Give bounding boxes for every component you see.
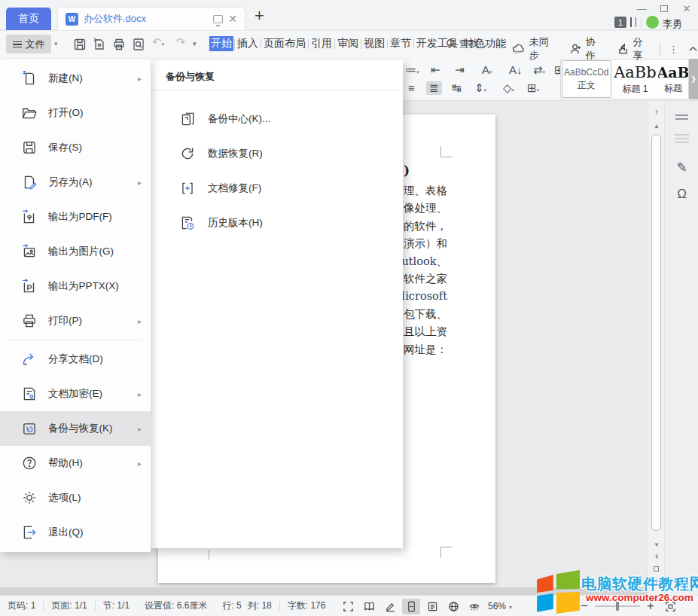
submenu-item-backup-center[interactable]: 备份中心(K)... bbox=[151, 102, 403, 136]
maximize-button[interactable] bbox=[657, 3, 672, 15]
collapse-ribbon-icon[interactable] bbox=[688, 45, 698, 53]
print-preview-icon[interactable] bbox=[131, 37, 146, 52]
zoom-level[interactable]: 56% bbox=[488, 601, 506, 611]
panel-toggle-icon[interactable] bbox=[675, 114, 688, 120]
previous-page-icon[interactable]: ⇞ bbox=[648, 554, 665, 560]
style-item-heading-1[interactable]: AaBb 标题 1 bbox=[612, 59, 659, 99]
history-versions-icon bbox=[179, 215, 196, 231]
redo-icon[interactable]: ↷ bbox=[173, 35, 188, 50]
sort-icon[interactable]: A↓ bbox=[509, 63, 523, 76]
file-menu-item-save[interactable]: 保存(S) bbox=[0, 130, 151, 165]
justify-icon[interactable]: ≣ bbox=[426, 81, 442, 95]
share-label[interactable]: 分享 bbox=[633, 35, 651, 63]
align-right-icon[interactable]: ≡ bbox=[408, 81, 415, 94]
close-tab-icon[interactable]: ✕ bbox=[228, 14, 237, 24]
decrease-indent-icon[interactable]: ⇤ bbox=[431, 63, 440, 77]
submenu-item-data-recovery[interactable]: 数据恢复(R) bbox=[151, 136, 403, 171]
export-convert-icon[interactable] bbox=[92, 37, 107, 52]
presentation-mode-icon[interactable] bbox=[213, 15, 223, 23]
notification-badge[interactable]: 1 bbox=[614, 17, 626, 28]
highlighter-pen-icon[interactable]: ✎ bbox=[665, 160, 698, 175]
zoom-in-button[interactable]: + bbox=[643, 599, 658, 614]
settings-sliders-icon[interactable] bbox=[675, 134, 689, 143]
zoom-out-button[interactable]: − bbox=[577, 599, 592, 614]
tab-section[interactable]: 章节 bbox=[389, 36, 413, 51]
file-menu-item-new[interactable]: 新建(N) ▸ bbox=[0, 61, 151, 96]
sync-status-label[interactable]: 未同步 bbox=[529, 35, 557, 63]
search-box[interactable]: 查找... bbox=[446, 37, 487, 50]
shading-icon[interactable]: ◇▾ bbox=[503, 81, 514, 95]
text-direction-icon[interactable]: A▾ bbox=[482, 63, 492, 76]
tab-home[interactable]: 开始 bbox=[209, 36, 233, 51]
zoom-slider[interactable] bbox=[595, 605, 640, 607]
scrollbar-thumb[interactable] bbox=[651, 134, 661, 531]
file-menu-item-exit[interactable]: 退出(Q) bbox=[0, 515, 151, 550]
file-menu-item-export-pptx[interactable]: 输出为PPTX(X) bbox=[0, 269, 151, 303]
scroll-up-arrow-icon[interactable]: ▲ bbox=[648, 124, 665, 130]
write-mode-icon[interactable] bbox=[381, 599, 399, 614]
collaborate-label[interactable]: 协作 bbox=[586, 35, 604, 63]
save-icon[interactable] bbox=[72, 37, 87, 52]
wps-writer-icon: W bbox=[66, 13, 78, 26]
more-options-icon[interactable]: ⋮ bbox=[669, 44, 678, 55]
file-menu-item-print[interactable]: 打印(P) ▸ bbox=[0, 303, 151, 338]
outline-view-icon[interactable] bbox=[423, 599, 441, 614]
file-menu-item-open[interactable]: 打开(O) bbox=[0, 96, 151, 130]
tab-review[interactable]: 审阅 bbox=[336, 36, 360, 51]
submenu-item-document-repair[interactable]: 文档修复(F) bbox=[151, 171, 403, 206]
tab-references[interactable]: 引用 bbox=[309, 36, 334, 51]
collaborate-icon[interactable] bbox=[570, 43, 582, 55]
share-icon[interactable] bbox=[617, 43, 629, 55]
fullscreen-icon[interactable] bbox=[339, 599, 357, 614]
margin-crop-mark-bottom-left bbox=[209, 550, 209, 560]
style-gallery-more-button[interactable]: ❯ bbox=[689, 59, 698, 99]
document-tab[interactable]: W 办公软件.docx ✕ bbox=[57, 7, 245, 30]
horizontal-scrollbar[interactable] bbox=[0, 587, 649, 595]
web-layout-icon[interactable] bbox=[444, 599, 462, 614]
scroll-down-arrow-icon[interactable]: ▼ bbox=[648, 542, 665, 548]
minimize-button[interactable]: — bbox=[634, 3, 649, 15]
line-spacing-icon[interactable]: ⇕▾ bbox=[474, 81, 486, 95]
file-menu-item-export-image[interactable]: 输出为图片(G) bbox=[0, 234, 151, 269]
style-item-heading-2[interactable]: AaB 标题 bbox=[658, 59, 688, 99]
print-icon[interactable] bbox=[111, 37, 126, 52]
scroll-top-icon[interactable]: ⇑ bbox=[648, 110, 665, 116]
tab-page-layout[interactable]: 页面布局 bbox=[262, 36, 307, 51]
read-mode-icon[interactable] bbox=[360, 599, 378, 614]
submenu-item-history-versions[interactable]: 历史版本(H) bbox=[151, 206, 403, 240]
next-page-icon[interactable]: ⇟ bbox=[648, 578, 665, 584]
file-menu-item-save-as[interactable]: 另存为(A) ▸ bbox=[0, 165, 151, 200]
eye-protect-icon[interactable] bbox=[465, 599, 483, 614]
file-menu-item-options[interactable]: 选项(L) bbox=[0, 480, 151, 515]
file-menu-caret-icon[interactable]: ▾ bbox=[54, 40, 58, 47]
file-menu-item-encrypt[interactable]: 文档加密(E) ▸ bbox=[0, 377, 151, 411]
file-menu-item-share-document[interactable]: 分享文档(D) bbox=[0, 342, 151, 377]
vertical-scrollbar[interactable]: ⇑ ▲ ▼ ⇞ ⇟ bbox=[648, 101, 664, 595]
task-queue-icon[interactable] bbox=[630, 17, 636, 27]
zoom-caret-icon[interactable]: ▾ bbox=[509, 604, 512, 611]
distribute-icon[interactable]: ↹ bbox=[452, 81, 462, 95]
file-menu-button[interactable]: 文件 bbox=[6, 35, 51, 53]
undo-icon[interactable]: ↶▾ bbox=[151, 35, 166, 50]
tab-view[interactable]: 视图 bbox=[362, 36, 386, 51]
file-menu-item-help[interactable]: 帮助(H) ▸ bbox=[0, 446, 151, 480]
file-menu-item-export-pdf[interactable]: 输出为PDF(F) bbox=[0, 200, 151, 234]
tab-insert[interactable]: 插入 bbox=[236, 36, 260, 51]
zoom-slider-handle[interactable] bbox=[616, 602, 619, 611]
cloud-sync-icon[interactable] bbox=[512, 43, 526, 55]
page-view-icon[interactable] bbox=[402, 599, 420, 614]
file-menu-item-backup-recovery[interactable]: 备份与恢复(K) ▸ bbox=[0, 411, 151, 446]
quick-access-caret-icon[interactable]: ▾ bbox=[193, 40, 208, 55]
fit-page-icon[interactable] bbox=[661, 599, 679, 614]
style-item-body-text[interactable]: AaBbCcDd 正文 bbox=[562, 60, 611, 98]
new-tab-button[interactable]: + bbox=[255, 6, 264, 26]
borders-icon[interactable]: ⊞▾ bbox=[527, 81, 539, 95]
wrap-marks-icon[interactable]: ⇄▾ bbox=[533, 63, 545, 77]
select-browse-object-icon[interactable] bbox=[654, 566, 659, 572]
symbol-omega-icon[interactable]: Ω bbox=[665, 187, 698, 202]
bullet-list-icon[interactable]: ≔▾ bbox=[405, 63, 419, 77]
close-window-button[interactable]: ✕ bbox=[679, 3, 694, 15]
user-avatar[interactable] bbox=[646, 16, 659, 29]
home-tab[interactable]: 首页 bbox=[6, 8, 51, 30]
increase-indent-icon[interactable]: ⇥ bbox=[455, 63, 465, 77]
